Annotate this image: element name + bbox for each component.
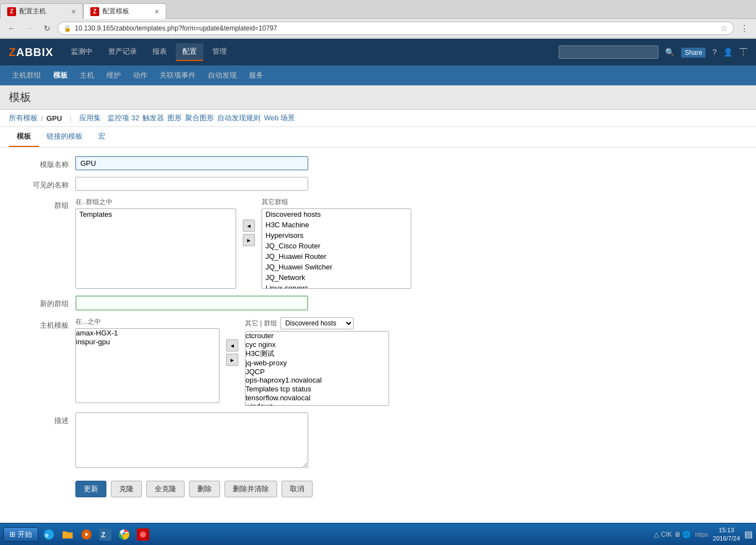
host-other-8[interactable]: windows (246, 402, 389, 406)
nav-assets[interactable]: 资产记录 (101, 43, 144, 61)
extensions-button[interactable]: ⋮ (737, 21, 752, 35)
host-in-label: 在...之中 (75, 317, 219, 327)
host-group-select[interactable]: Discovered hosts H3C Machine Hypervisors… (280, 317, 354, 329)
hosts-in-select[interactable]: amax-HGX-1 inspur-gpu (75, 328, 219, 403)
host-controls: 在...之中 amax-HGX-1 inspur-gpu ◄ ► 其它 | 群组… (75, 317, 747, 406)
taskbar-folder-icon[interactable] (59, 526, 76, 543)
groups-in-select[interactable]: Templates (75, 208, 236, 289)
help-icon[interactable]: ? (712, 48, 717, 57)
subnav-actions[interactable]: 动作 (127, 68, 153, 83)
delete-button[interactable]: 删除 (189, 481, 220, 497)
host-in-1[interactable]: inspur-gpu (76, 338, 219, 347)
nav-reports[interactable]: 报表 (146, 43, 173, 61)
subbread-graphs[interactable]: 图形 (167, 113, 182, 123)
delete-clear-button[interactable]: 删除并清除 (224, 481, 277, 497)
tab-linked-templates[interactable]: 链接的模板 (39, 127, 90, 147)
tab-template[interactable]: 模板 (9, 127, 39, 147)
visible-name-input[interactable] (75, 177, 308, 191)
url-text: 10.130.9.165/zabbix/templates.php?form=u… (75, 24, 277, 32)
subnav-templates[interactable]: 模板 (48, 68, 73, 83)
start-button[interactable]: ⊞ 开始 (3, 527, 38, 542)
subnav-corr-events[interactable]: 关联项事件 (154, 68, 201, 83)
logout-icon[interactable]: ⏉ (739, 48, 747, 57)
taskbar-app-icon[interactable]: Z (97, 526, 114, 543)
breadcrumb-all-templates[interactable]: 所有模板 (9, 113, 38, 123)
subnav-services[interactable]: 服务 (243, 68, 269, 83)
browser-tab-0[interactable]: Z 配置主机 × (0, 3, 83, 19)
page-title: 模板 (9, 90, 747, 105)
subnav-maintenance[interactable]: 维护 (101, 68, 126, 83)
group-other-6[interactable]: JQ_Network (262, 272, 411, 283)
subbread-discovery[interactable]: 自动发现规则 (217, 113, 260, 123)
group-other-5[interactable]: JQ_Huawei Switcher (262, 262, 411, 272)
host-other-7[interactable]: tensorflow.novalocal (246, 394, 389, 403)
group-other-1[interactable]: H3C Machine (262, 220, 411, 230)
template-name-field (75, 156, 747, 170)
taskbar-media-icon[interactable] (78, 526, 95, 543)
share-icon[interactable]: Share (681, 48, 706, 57)
subnav-discovery[interactable]: 自动发现 (202, 68, 242, 83)
group-arrow-right[interactable]: ► (243, 234, 255, 246)
clone-button[interactable]: 克隆 (111, 481, 142, 497)
host-in-0[interactable]: amax-HGX-1 (76, 329, 219, 338)
subbread-screens[interactable]: 聚合图形 (185, 113, 214, 123)
breadcrumb-current: GPU (47, 114, 62, 123)
tab-close-1[interactable]: × (155, 7, 159, 16)
host-other-3[interactable]: jq-web-proxy (246, 359, 389, 368)
subbread-triggers[interactable]: 触发器 (142, 113, 164, 123)
search-icon[interactable]: 🔍 (665, 48, 675, 57)
group-other-4[interactable]: JQ_Huawei Router (262, 251, 411, 262)
group-other-label: 其它群组 (262, 197, 411, 207)
host-other-box: 其它 | 群组 Discovered hosts H3C Machine Hyp… (245, 317, 389, 406)
cancel-button[interactable]: 取消 (282, 481, 313, 497)
host-other-2[interactable]: H3C测试 (246, 349, 389, 359)
tab-close-0[interactable]: × (71, 7, 76, 16)
update-button[interactable]: 更新 (75, 481, 106, 497)
group-other-0[interactable]: Discovered hosts (262, 209, 411, 220)
host-other-4[interactable]: JQCP (246, 368, 389, 376)
group-other-3[interactable]: JQ_Cisco Router (262, 241, 411, 251)
url-box[interactable]: 🔒 10.130.9.165/zabbix/templates.php?form… (58, 22, 734, 35)
host-arrow-left[interactable]: ◄ (226, 339, 238, 352)
browser-tab-1[interactable]: Z 配置模板 × (83, 3, 166, 19)
description-textarea[interactable] (75, 412, 308, 468)
full-clone-button[interactable]: 全克隆 (146, 481, 185, 497)
group-arrow-left[interactable]: ◄ (243, 220, 255, 232)
host-other-0[interactable]: ctcrouter (246, 332, 389, 340)
hosts-other-select[interactable]: ctcrouter cyc nginx H3C测试 jq-web-proxy J… (245, 331, 389, 406)
header-right: 🔍 Share ? 👤 ⏉ (559, 45, 747, 59)
nav-admin[interactable]: 管理 (206, 43, 233, 61)
subbread-apps[interactable]: 应用集 (79, 113, 101, 123)
tab-macros[interactable]: 宏 (90, 127, 113, 147)
subbread-webscenarios[interactable]: Web 场景 (264, 113, 295, 123)
bookmark-star[interactable]: ☆ (721, 24, 728, 33)
taskbar-ie-icon[interactable]: e (40, 526, 57, 543)
group-in-option-0[interactable]: Templates (76, 209, 236, 220)
subnav-hostgroups[interactable]: 主机群组 (7, 68, 47, 83)
subbread-items[interactable]: 监控项 32 (108, 113, 139, 123)
host-other-5[interactable]: ops-haproxy1.novalocal (246, 376, 389, 385)
new-group-input[interactable] (75, 296, 308, 310)
user-icon[interactable]: 👤 (723, 48, 733, 57)
lock-icon: 🔒 (64, 25, 71, 32)
taskbar-tray: △ CIK 🖥 🌐 (654, 531, 691, 538)
new-group-row: 新的群组 (9, 296, 747, 310)
nav-monitor[interactable]: 监测中 (64, 43, 99, 61)
description-field (75, 412, 747, 470)
groups-other-select[interactable]: Discovered hosts H3C Machine Hypervisors… (262, 208, 411, 289)
taskbar-other-icon[interactable] (135, 526, 151, 543)
forward-button[interactable]: → (22, 21, 37, 35)
subnav-hosts[interactable]: 主机 (74, 68, 100, 83)
taskbar-chrome-icon[interactable] (116, 526, 132, 543)
group-other-2[interactable]: Hypervisors (262, 230, 411, 241)
group-arrow-btns: ◄ ► (241, 197, 257, 246)
template-name-input[interactable] (75, 156, 308, 170)
host-other-6[interactable]: Templates tcp status (246, 385, 389, 394)
group-other-7[interactable]: Linux servers (262, 283, 411, 289)
host-other-1[interactable]: cyc nginx (246, 340, 389, 349)
nav-config[interactable]: 配置 (176, 43, 203, 61)
reload-button[interactable]: ↻ (40, 21, 54, 35)
back-button[interactable]: ← (4, 21, 19, 35)
global-search[interactable] (559, 45, 658, 59)
host-arrow-right[interactable]: ► (226, 354, 238, 366)
